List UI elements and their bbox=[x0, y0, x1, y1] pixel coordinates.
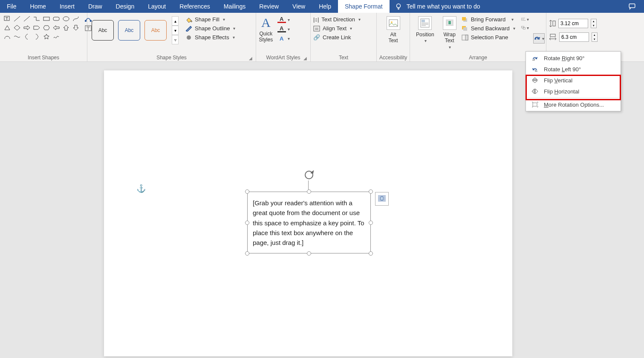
layout-options-button[interactable] bbox=[375, 192, 389, 206]
shape-bracket-icon[interactable] bbox=[22, 32, 32, 41]
resize-handle-t[interactable] bbox=[307, 189, 311, 194]
align-button[interactable]: ▾ bbox=[521, 16, 529, 22]
bring-forward-button[interactable]: Bring Forward ▾ bbox=[462, 16, 515, 23]
resize-handle-br[interactable] bbox=[369, 251, 373, 256]
paint-bucket-icon bbox=[185, 17, 192, 23]
height-up-icon[interactable]: ▴ bbox=[591, 19, 596, 23]
menu-insert[interactable]: Insert bbox=[53, 0, 81, 13]
width-up-icon[interactable]: ▴ bbox=[592, 33, 597, 37]
flip-vertical-item[interactable]: Flip Vertical bbox=[526, 75, 621, 86]
flip-horizontal-item[interactable]: Flip Horizontal bbox=[526, 86, 621, 97]
shape-outline-button[interactable]: Shape Outline▾ bbox=[185, 25, 235, 32]
menu-bar: File Home Insert Draw Design Layout Refe… bbox=[0, 0, 644, 13]
dialog-launcher-icon[interactable]: ◢ bbox=[303, 56, 307, 61]
shape-star-icon[interactable] bbox=[42, 32, 51, 41]
resize-handle-tl[interactable] bbox=[245, 189, 249, 194]
shapes-gallery[interactable] bbox=[3, 15, 81, 41]
shape-arrowdown-icon[interactable] bbox=[71, 23, 81, 32]
more-rotation-item[interactable]: More Rotation Options... bbox=[526, 99, 621, 110]
send-backward-button[interactable]: Send Backward▾ bbox=[462, 25, 515, 32]
svg-rect-26 bbox=[550, 34, 555, 37]
shape-curve-icon[interactable] bbox=[12, 32, 22, 41]
shape-textbox-icon[interactable] bbox=[3, 15, 12, 23]
width-down-icon[interactable]: ▾ bbox=[592, 37, 597, 41]
shape-connector-icon[interactable] bbox=[32, 15, 41, 23]
shape-rect-icon[interactable] bbox=[42, 15, 51, 23]
resize-handle-tr[interactable] bbox=[369, 189, 373, 194]
position-button[interactable]: Position▾ bbox=[413, 15, 438, 44]
menu-view[interactable]: View bbox=[286, 0, 312, 13]
wordart-preview-icon: A bbox=[259, 15, 273, 30]
dialog-launcher-icon[interactable]: ◢ bbox=[249, 56, 252, 61]
create-link-button[interactable]: 🔗 Create Link bbox=[313, 34, 361, 41]
gallery-up-icon[interactable]: ▴ bbox=[172, 16, 179, 26]
shape-triangle-icon[interactable] bbox=[3, 23, 12, 32]
rotation-handle[interactable] bbox=[303, 169, 315, 183]
align-text-button[interactable]: Align Text▾ bbox=[313, 25, 361, 32]
shape-fill-button[interactable]: Shape Fill▾ bbox=[185, 16, 235, 23]
shape-hexagon-icon[interactable] bbox=[42, 23, 51, 32]
textbox-content[interactable]: [Grab your reader's attention with a gre… bbox=[253, 199, 364, 246]
shape-scribble-icon[interactable] bbox=[52, 32, 61, 41]
shape-style-gallery[interactable]: Abc Abc Abc ▴ ▾ ▿ bbox=[90, 15, 180, 46]
menu-home[interactable]: Home bbox=[23, 0, 53, 13]
shape-brace-icon[interactable] bbox=[32, 32, 41, 41]
resize-handle-b[interactable] bbox=[307, 251, 311, 256]
style-preset-1[interactable]: Abc bbox=[92, 20, 114, 41]
menu-shape-format[interactable]: Shape Format bbox=[338, 0, 390, 13]
shape-line2-icon[interactable] bbox=[22, 15, 32, 23]
chevron-down-icon: ▾ bbox=[233, 35, 235, 40]
position-icon bbox=[418, 16, 432, 30]
rotate-left-item[interactable]: Rotate Left 90° bbox=[526, 64, 621, 75]
rotate-right-item[interactable]: Rotate Right 90° bbox=[526, 52, 621, 64]
menu-review[interactable]: Review bbox=[252, 0, 286, 13]
comments-icon[interactable] bbox=[628, 3, 636, 12]
shape-arrowleft-icon[interactable] bbox=[52, 23, 61, 32]
shape-freeform-icon[interactable] bbox=[71, 15, 81, 23]
shape-line-icon[interactable] bbox=[12, 15, 22, 23]
menu-file[interactable]: File bbox=[0, 0, 23, 13]
quick-styles-button[interactable]: A Quick Styles bbox=[259, 15, 273, 43]
resize-handle-r[interactable] bbox=[369, 221, 373, 225]
alt-text-button[interactable]: Alt Text bbox=[383, 15, 404, 44]
tell-me-search[interactable]: Tell me what you want to do bbox=[390, 3, 485, 10]
text-direction-button[interactable]: |↕| Text Direction▾ bbox=[313, 16, 361, 23]
style-preset-3[interactable]: Abc bbox=[144, 20, 167, 41]
group-insert-shapes: Insert Shapes bbox=[0, 13, 87, 61]
shape-roundrect-icon[interactable] bbox=[52, 15, 61, 23]
pen-icon bbox=[185, 26, 192, 32]
shape-arrowup-icon[interactable] bbox=[61, 23, 71, 32]
shape-pentagon-icon[interactable] bbox=[32, 23, 41, 32]
chevron-down-icon: ▾ bbox=[358, 17, 361, 22]
menu-draw[interactable]: Draw bbox=[81, 0, 109, 13]
menu-layout[interactable]: Layout bbox=[141, 0, 173, 13]
height-down-icon[interactable]: ▾ bbox=[591, 23, 596, 28]
svg-rect-3 bbox=[43, 17, 49, 20]
menu-design[interactable]: Design bbox=[109, 0, 142, 13]
selected-textbox[interactable]: [Grab your reader's attention with a gre… bbox=[247, 192, 371, 253]
wrap-text-button[interactable]: Wrap Text ▾ bbox=[439, 15, 460, 50]
shape-oval-icon[interactable] bbox=[61, 15, 71, 23]
menu-references[interactable]: References bbox=[173, 0, 217, 13]
shape-height-input[interactable] bbox=[558, 19, 588, 28]
resize-handle-bl[interactable] bbox=[245, 251, 249, 256]
anchor-icon[interactable]: ⚓ bbox=[136, 184, 146, 193]
gallery-down-icon[interactable]: ▾ bbox=[172, 26, 179, 35]
shape-arrow-icon[interactable] bbox=[22, 23, 32, 32]
selection-pane-button[interactable]: Selection Pane bbox=[462, 34, 515, 41]
menu-help[interactable]: Help bbox=[312, 0, 338, 13]
menu-mailings[interactable]: Mailings bbox=[217, 0, 252, 13]
shape-arc-icon[interactable] bbox=[3, 32, 12, 41]
gallery-more-icon[interactable]: ▿ bbox=[172, 35, 179, 44]
resize-handle-l[interactable] bbox=[245, 221, 249, 225]
shape-diamond-icon[interactable] bbox=[12, 23, 22, 32]
group-button[interactable]: ▾ bbox=[521, 25, 529, 31]
rotate-button[interactable]: ▾ bbox=[533, 33, 545, 44]
selection-pane-icon bbox=[462, 35, 468, 41]
style-preset-2[interactable]: Abc bbox=[118, 20, 140, 41]
text-fill-button[interactable]: A▾ bbox=[277, 16, 290, 23]
text-outline-button[interactable]: A▾ bbox=[277, 26, 290, 32]
text-effects-button[interactable]: A▾ bbox=[277, 35, 290, 42]
shape-width-input[interactable] bbox=[559, 32, 589, 42]
shape-effects-button[interactable]: Shape Effects▾ bbox=[185, 34, 235, 41]
